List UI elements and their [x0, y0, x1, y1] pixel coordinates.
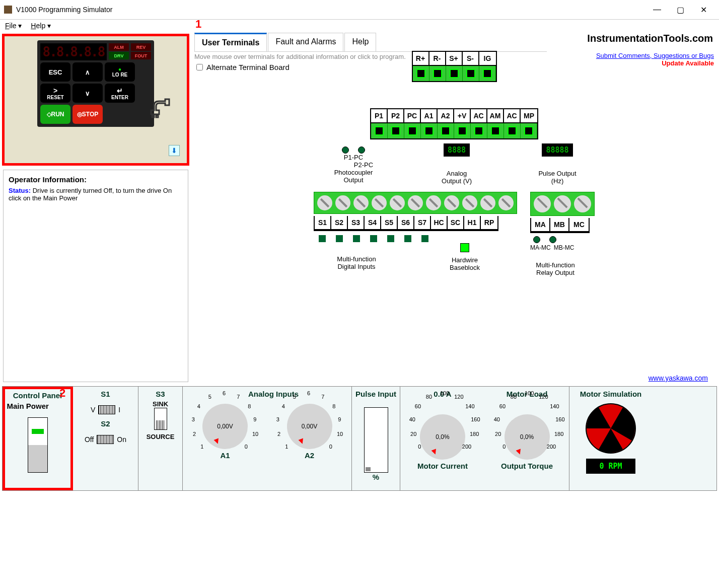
- label-p2pc: P2-PC: [354, 161, 373, 169]
- usb-port-icon: [145, 92, 175, 122]
- annotation-2: 2: [59, 387, 65, 400]
- status-label: Status:: [9, 187, 31, 194]
- s1-switch[interactable]: VI: [91, 405, 120, 414]
- indicator-alm: ALM: [109, 43, 129, 51]
- close-button[interactable]: ✕: [692, 2, 715, 17]
- digital-input-labels[interactable]: S1S2S3S4S5S6S7HCSCH1RP: [314, 216, 498, 231]
- tab-user-terminals[interactable]: User Terminals: [194, 33, 267, 51]
- s2-switch[interactable]: OffOn: [85, 435, 126, 444]
- s3-label: S3: [156, 390, 165, 398]
- annotation-1: 1: [195, 18, 201, 31]
- menu-help[interactable]: Help ▾: [31, 22, 51, 30]
- label-baseblock: Hardwire Baseblock: [445, 255, 485, 271]
- hint-text: Move mouse over terminals for additional…: [194, 53, 406, 60]
- reset-button[interactable]: >RESET: [40, 84, 70, 103]
- tab-help[interactable]: Help: [344, 33, 376, 51]
- run-button[interactable]: ◇ RUN: [40, 105, 70, 124]
- status-text: Drive is currently turned Off, to turn t…: [9, 187, 172, 202]
- label-analog-output: Analog Output (V): [437, 170, 477, 185]
- indicator-rev: REV: [131, 43, 151, 51]
- indicator-drv: DRV: [109, 52, 129, 59]
- s3-switch[interactable]: [154, 408, 167, 430]
- expand-down-button[interactable]: ⬇: [169, 145, 180, 156]
- s1-label: S1: [101, 390, 110, 398]
- source-label: SOURCE: [147, 433, 175, 440]
- output-torque-knob[interactable]: 0,0%: [505, 414, 550, 460]
- stop-button[interactable]: ◎ STOP: [73, 105, 103, 124]
- comm-terminal-block[interactable]: R+R-S+S-IG: [412, 51, 497, 82]
- label-mamc: MA-MC: [530, 244, 551, 251]
- maximize-button[interactable]: ▢: [669, 2, 692, 17]
- output-torque-label: Output Torque: [501, 462, 553, 470]
- label-pulse-output: Pulse Output (Hz): [537, 170, 578, 185]
- enter-button[interactable]: ↵ENTER: [105, 84, 135, 103]
- submit-comments-link[interactable]: Submit Comments, Suggestions or Bugs: [596, 52, 714, 59]
- label-relay-output: Multi-function Relay Output: [530, 261, 581, 276]
- main-power-switch[interactable]: [28, 417, 48, 473]
- motor-current-knob[interactable]: 0,0%: [420, 414, 465, 460]
- a1-label: A1: [220, 451, 230, 460]
- yaskawa-link[interactable]: www.yaskawa.com: [649, 374, 708, 382]
- pulse-input-slider[interactable]: [364, 407, 388, 473]
- motor-wheel-icon: [586, 403, 636, 454]
- pulse-output-display: 88888: [542, 143, 572, 157]
- s2-label: S2: [101, 419, 110, 428]
- led-mb: [549, 236, 556, 243]
- indicator-fout: FOUT: [131, 52, 151, 59]
- pct-label: %: [373, 473, 379, 481]
- app-icon: [4, 6, 12, 14]
- io-terminal-block[interactable]: P1P2PCA1A2+VACAMACMP: [370, 108, 538, 139]
- update-available-label: Update Available: [662, 59, 714, 67]
- analog-output-display: 8888: [444, 143, 470, 157]
- pulse-input-heading: Pulse Input: [355, 390, 396, 398]
- operator-keypad-panel: 8.8.8.8.8 ALM DRV REV FOUT ESC ∧ ●LO RE …: [2, 34, 189, 166]
- label-multi-di: Multi-function Digital Inputs: [329, 255, 384, 271]
- relay-output-labels[interactable]: MAMBMC: [530, 218, 590, 233]
- led-ma: [533, 236, 540, 243]
- window-title: V1000 Programming Simulator: [16, 6, 645, 14]
- tab-fault-alarms[interactable]: Fault and Alarms: [268, 33, 343, 51]
- up-button[interactable]: ∧: [73, 62, 103, 82]
- operator-info-heading: Operator Information:: [9, 175, 183, 184]
- control-panel: Control Panel Main Power S1 VI S2 OffOn …: [2, 386, 717, 491]
- main-power-label: Main Power: [7, 402, 68, 410]
- operator-info-box: Operator Information: Status: Drive is c…: [3, 170, 188, 382]
- brand-label: InstrumentationTools.com: [587, 33, 713, 44]
- alternate-board-checkbox[interactable]: Alternate Terminal Board: [194, 62, 406, 72]
- label-p1pc: P1-PC: [344, 154, 363, 161]
- a2-label: A2: [305, 451, 314, 460]
- led-p2: [358, 146, 365, 154]
- esc-button[interactable]: ESC: [40, 62, 70, 82]
- motor-current-label: Motor Current: [417, 462, 468, 470]
- rpm-display: 0 RPM: [586, 459, 635, 474]
- baseblock-led: [460, 243, 469, 252]
- motor-sim-heading: Motor Simulation: [580, 390, 642, 398]
- lo-re-button[interactable]: ●LO RE: [105, 62, 135, 82]
- a1-knob[interactable]: 0,00V: [202, 404, 248, 449]
- digital-input-screws[interactable]: [314, 192, 517, 214]
- menu-file[interactable]: File ▾: [5, 22, 22, 30]
- lcd-display: 8.8.8.8.8: [40, 43, 107, 60]
- relay-output-screws[interactable]: [530, 192, 595, 216]
- minimize-button[interactable]: —: [645, 2, 669, 17]
- down-button[interactable]: ∨: [73, 84, 103, 103]
- led-p1: [342, 146, 349, 154]
- label-photocoupler: Photocoupler Output: [331, 169, 376, 184]
- sink-label: SINK: [153, 400, 168, 408]
- a2-knob[interactable]: 0,00V: [287, 404, 332, 449]
- label-mbmc: MB-MC: [554, 244, 574, 251]
